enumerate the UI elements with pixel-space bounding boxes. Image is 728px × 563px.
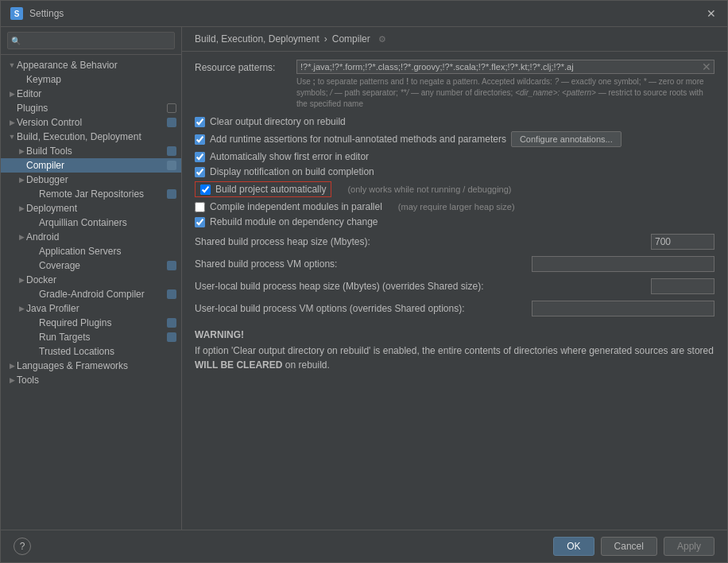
user-vm-label: User-local build process VM options (ove…	[195, 303, 525, 314]
chevron-icon: ▶	[17, 305, 26, 313]
vm-options-input[interactable]	[532, 256, 714, 272]
sidebar-item-label: Build, Execution, Deployment	[17, 131, 141, 142]
runtime-assertions-checkbox[interactable]	[195, 134, 205, 145]
user-heap-row: User-local build process heap size (Mbyt…	[195, 278, 714, 294]
badge-icon	[167, 146, 176, 156]
sidebar-item-label: Coverage	[39, 260, 80, 271]
apply-button[interactable]: Apply	[664, 537, 714, 556]
user-vm-input[interactable]	[532, 301, 714, 316]
rebuild-module-label: Rebuild module on dependency change	[210, 216, 378, 227]
breadcrumb: Build, Execution, Deployment › Compiler …	[182, 27, 727, 52]
sidebar-item-android[interactable]: ▶ Android	[1, 230, 181, 244]
show-first-error-row: Automatically show first error in editor	[195, 151, 714, 162]
rebuild-module-row: Rebuild module on dependency change	[195, 216, 714, 227]
badge-icon	[167, 161, 176, 170]
sidebar-item-deployment[interactable]: ▶ Deployment	[1, 201, 181, 215]
help-button[interactable]: ?	[14, 538, 31, 555]
sidebar-item-trusted-locations[interactable]: Trusted Locations	[1, 344, 181, 359]
show-first-error-label: Automatically show first error in editor	[210, 151, 369, 162]
clear-output-checkbox[interactable]	[195, 117, 205, 127]
sidebar-item-editor[interactable]: ▶ Editor	[1, 87, 181, 101]
close-button[interactable]: ✕	[705, 7, 718, 20]
user-heap-label: User-local build process heap size (Mbyt…	[195, 281, 645, 292]
sidebar-item-label: Editor	[17, 88, 41, 99]
search-input[interactable]	[7, 32, 175, 49]
sidebar-item-label: Application Servers	[39, 246, 121, 257]
badge-icon	[167, 318, 176, 328]
configure-annotations-button[interactable]: Configure annotations...	[511, 131, 622, 147]
title-bar-left: S Settings	[10, 7, 64, 20]
search-box: 🔍	[1, 27, 181, 55]
user-heap-input[interactable]	[651, 278, 714, 294]
compile-parallel-label: Compile independent modules in parallel	[210, 201, 382, 212]
sidebar-item-compiler[interactable]: Compiler	[1, 158, 181, 173]
breadcrumb-separator: ›	[324, 33, 327, 45]
build-automatically-row: Build project automatically (only works …	[195, 181, 714, 197]
sidebar-item-build-exec[interactable]: ▼ Build, Execution, Deployment	[1, 130, 181, 144]
sidebar: 🔍 ▼ Appearance & Behavior Keymap ▶	[1, 27, 182, 530]
sidebar-item-keymap[interactable]: Keymap	[1, 72, 181, 87]
rebuild-module-checkbox[interactable]	[195, 217, 205, 227]
resource-input-wrapper: ✕	[296, 60, 714, 74]
sidebar-item-required-plugins[interactable]: Required Plugins	[1, 316, 181, 330]
clear-icon[interactable]: ✕	[702, 60, 711, 73]
build-automatically-note: (only works while not running / debuggin…	[347, 184, 511, 194]
display-notification-label: Display notification on build completion	[210, 166, 374, 177]
chevron-icon: ▶	[7, 362, 17, 370]
sidebar-item-arquillian[interactable]: Arquillian Containers	[1, 215, 181, 230]
chevron-icon: ▼	[7, 61, 17, 69]
sidebar-item-label: Remote Jar Repositories	[39, 188, 144, 200]
compile-parallel-checkbox[interactable]	[195, 202, 205, 212]
runtime-assertions-row: Add runtime assertions for notnull-annot…	[195, 131, 714, 147]
build-automatically-highlighted: Build project automatically	[195, 181, 331, 197]
warning-title: WARNING!	[195, 329, 714, 340]
title-bar: S Settings ✕	[1, 1, 727, 27]
clear-output-row: Clear output directory on rebuild	[195, 116, 714, 127]
sidebar-item-gradle-android[interactable]: Gradle-Android Compiler	[1, 287, 181, 301]
sidebar-item-label: Languages & Frameworks	[17, 360, 128, 371]
sidebar-item-java-profiler[interactable]: ▶ Java Profiler	[1, 301, 181, 316]
sidebar-item-tools[interactable]: ▶ Tools	[1, 373, 181, 387]
sidebar-item-app-servers[interactable]: Application Servers	[1, 244, 181, 258]
sidebar-tree: ▼ Appearance & Behavior Keymap ▶ Editor …	[1, 55, 181, 530]
resource-patterns-row: Resource patterns: ✕ Use ; to separate p…	[195, 60, 714, 110]
chevron-icon: ▼	[7, 133, 17, 141]
sidebar-item-label: Android	[26, 231, 59, 243]
vm-options-row: Shared build process VM options:	[195, 256, 714, 272]
sidebar-item-docker[interactable]: ▶ Docker	[1, 273, 181, 287]
chevron-icon: ▶	[17, 204, 26, 212]
ok-button[interactable]: OK	[553, 537, 594, 556]
sidebar-item-coverage[interactable]: Coverage	[1, 258, 181, 273]
sidebar-item-plugins[interactable]: Plugins	[1, 101, 181, 115]
sidebar-item-label: Version Control	[17, 117, 82, 128]
build-automatically-checkbox[interactable]	[200, 184, 211, 195]
breadcrumb-part2: Compiler	[332, 33, 370, 45]
vm-options-label: Shared build process VM options:	[195, 258, 525, 270]
runtime-assertions-label: Add runtime assertions for notnull-annot…	[210, 134, 506, 145]
cancel-button[interactable]: Cancel	[601, 537, 657, 556]
heap-size-input[interactable]	[651, 234, 714, 250]
sidebar-item-label: Debugger	[26, 174, 68, 185]
search-icon: 🔍	[11, 37, 21, 45]
display-notification-row: Display notification on build completion	[195, 166, 714, 177]
chevron-icon: ▶	[17, 276, 26, 284]
footer: ? OK Cancel Apply	[1, 530, 727, 562]
chevron-icon: ▶	[7, 376, 17, 384]
sidebar-item-languages[interactable]: ▶ Languages & Frameworks	[1, 359, 181, 373]
badge-icon	[167, 332, 176, 342]
compile-parallel-note: (may require larger heap size)	[398, 202, 515, 212]
sidebar-item-remote-jar[interactable]: Remote Jar Repositories	[1, 187, 181, 201]
badge-icon	[167, 103, 176, 113]
show-first-error-checkbox[interactable]	[195, 152, 205, 162]
sidebar-item-debugger[interactable]: ▶ Debugger	[1, 173, 181, 187]
chevron-icon: ▶	[7, 118, 17, 126]
sidebar-item-appearance[interactable]: ▼ Appearance & Behavior	[1, 58, 181, 72]
sidebar-item-label: Required Plugins	[39, 317, 111, 328]
warning-box: WARNING! If option 'Clear output directo…	[195, 329, 714, 372]
resource-patterns-input[interactable]	[296, 60, 714, 74]
sidebar-item-run-targets[interactable]: Run Targets	[1, 330, 181, 344]
sidebar-item-build-tools[interactable]: ▶ Build Tools	[1, 144, 181, 158]
sidebar-item-version-control[interactable]: ▶ Version Control	[1, 115, 181, 130]
badge-icon	[167, 189, 176, 199]
display-notification-checkbox[interactable]	[195, 167, 205, 177]
